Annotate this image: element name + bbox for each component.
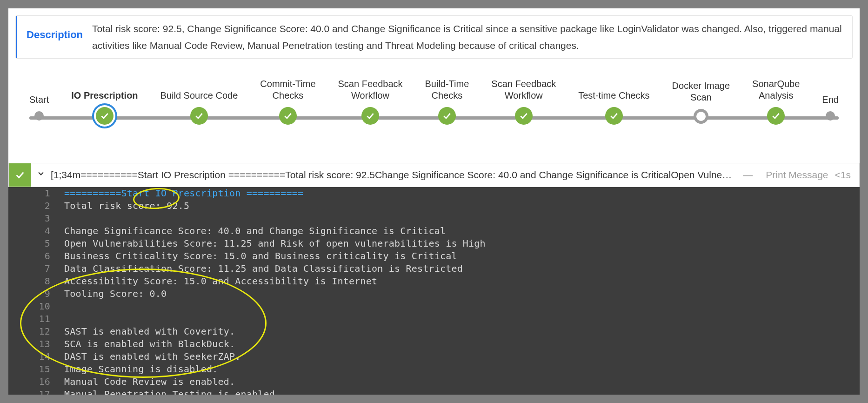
expand-toggle[interactable] [31, 169, 51, 181]
console-line: 3 [8, 212, 860, 225]
pipeline-stage-label: Docker Image Scan [672, 79, 730, 103]
line-text: Open Vulnerabilities Score: 11.25 and Ri… [58, 237, 486, 250]
line-text: Manual Code Review is enabled. [58, 376, 235, 388]
pipeline-stage-label: Scan Feedback Workflow [338, 77, 403, 101]
console-line: 6Business Criticality Score: 15.0 and Bu… [8, 250, 860, 262]
line-text [58, 300, 64, 313]
pipeline-stage-label: Test-time Checks [578, 77, 649, 101]
pipeline-stage-label: Build-Time Checks [425, 77, 469, 101]
line-number: 11 [36, 313, 58, 325]
pipeline-stage-label: Scan Feedback Workflow [491, 77, 556, 101]
pipeline-stage[interactable]: Start [29, 81, 49, 125]
console-line: 8Accessibility Score: 15.0 and Accessibi… [8, 275, 860, 288]
console-line: 11 [8, 313, 860, 325]
pipeline-stage[interactable]: Docker Image Scan [672, 79, 730, 125]
description-text: Total risk score: 92.5, Change Significa… [92, 16, 852, 58]
pipeline-stage-node[interactable] [279, 107, 297, 125]
console-line: 7Data Classification Score: 11.25 and Da… [8, 262, 860, 275]
pipeline-stage[interactable]: Scan Feedback Workflow [338, 77, 403, 125]
pipeline-stage-node[interactable] [438, 107, 456, 125]
line-text: Manual Penetration Testing is enabled. [58, 388, 280, 395]
log-header-text: [1;34m==========Start IO Prescription ==… [51, 169, 736, 181]
line-text: ==========Start IO Prescription ========… [58, 187, 303, 200]
pipeline-stage-node[interactable] [190, 107, 208, 125]
pipeline-stage-node[interactable] [767, 107, 785, 125]
line-number: 5 [36, 237, 58, 250]
pipeline-stage[interactable]: Scan Feedback Workflow [491, 77, 556, 125]
pipeline-stage-label: SonarQube Analysis [752, 77, 800, 101]
description-card: Description Total risk score: 92.5, Chan… [15, 15, 853, 59]
console-line: 9Tooling Score: 0.0 [8, 288, 860, 300]
line-text: SAST is enabled with Coverity. [58, 325, 235, 338]
pipeline-stage-label: Commit-Time Checks [260, 77, 315, 101]
line-text: Image Scanning is disabled. [58, 363, 218, 376]
log-header-source[interactable]: Print Message [759, 169, 835, 181]
console-line: 2Total risk score: 92.5 [8, 200, 860, 212]
line-text [58, 212, 64, 225]
line-text: Change Significance Score: 40.0 and Chan… [58, 225, 446, 237]
line-text: Tooling Score: 0.0 [58, 288, 167, 300]
log-header-row[interactable]: [1;34m==========Start IO Prescription ==… [8, 163, 860, 187]
log-header-dash: — [736, 169, 759, 181]
line-number: 17 [36, 388, 58, 395]
console-line: 1==========Start IO Prescription =======… [8, 187, 860, 200]
pipeline-stage-node[interactable] [361, 107, 379, 125]
line-number: 8 [36, 275, 58, 288]
console-line: 4Change Significance Score: 40.0 and Cha… [8, 225, 860, 237]
line-number: 15 [36, 363, 58, 376]
line-text: SCA is enabled with BlackDuck. [58, 338, 235, 350]
line-number: 4 [36, 225, 58, 237]
log-header-duration: <1s [835, 169, 859, 181]
line-number: 6 [36, 250, 58, 262]
console-line: 12SAST is enabled with Coverity. [8, 325, 860, 338]
pipeline-stage-node[interactable] [34, 111, 44, 121]
console-line: 13SCA is enabled with BlackDuck. [8, 338, 860, 350]
line-text: Business Criticality Score: 15.0 and Bus… [58, 250, 457, 262]
console-line: 15Image Scanning is disabled. [8, 363, 860, 376]
pipeline-stage[interactable]: SonarQube Analysis [752, 77, 800, 125]
line-number: 3 [36, 212, 58, 225]
pipeline-stage-node[interactable] [515, 107, 533, 125]
console-output[interactable]: 1==========Start IO Prescription =======… [8, 187, 860, 395]
pipeline-stage[interactable]: Commit-Time Checks [260, 77, 315, 125]
pipeline-stage-label: End [822, 81, 839, 106]
line-number: 10 [36, 300, 58, 313]
line-text: Accessibility Score: 15.0 and Accessibil… [58, 275, 377, 288]
line-number: 7 [36, 262, 58, 275]
line-text: Data Classification Score: 11.25 and Dat… [58, 262, 463, 275]
pipeline-stage-node[interactable] [96, 107, 114, 125]
console-line: 16Manual Code Review is enabled. [8, 376, 860, 388]
line-number: 2 [36, 200, 58, 212]
pipeline-stage[interactable]: IO Prescription [71, 77, 138, 125]
console-line: 17Manual Penetration Testing is enabled. [8, 388, 860, 395]
pipeline-stage[interactable]: Build Source Code [160, 77, 238, 125]
console-line: 10 [8, 300, 860, 313]
pipeline-stage-label: Build Source Code [160, 77, 238, 101]
line-text: Total risk score: 92.5 [58, 200, 189, 212]
line-number: 9 [36, 288, 58, 300]
pipeline: StartIO PrescriptionBuild Source CodeCom… [29, 77, 839, 147]
pipeline-stage-node[interactable] [826, 111, 835, 121]
pipeline-stage[interactable]: End [822, 81, 839, 125]
line-number: 13 [36, 338, 58, 350]
status-check-icon [9, 163, 31, 187]
line-text [58, 313, 64, 325]
line-text: DAST is enabled with SeekerZAP. [58, 350, 240, 363]
line-number: 1 [36, 187, 58, 200]
console-line: 5Open Vulnerabilities Score: 11.25 and R… [8, 237, 860, 250]
line-number: 12 [36, 325, 58, 338]
console-line: 14DAST is enabled with SeekerZAP. [8, 350, 860, 363]
app-frame: Description Total risk score: 92.5, Chan… [8, 8, 860, 395]
pipeline-stage-node[interactable] [694, 109, 708, 124]
pipeline-stage-label: IO Prescription [71, 77, 138, 101]
line-number: 16 [36, 376, 58, 388]
pipeline-stage-node[interactable] [605, 107, 623, 125]
description-label: Description [17, 16, 92, 58]
pipeline-stage[interactable]: Test-time Checks [578, 77, 649, 125]
line-number: 14 [36, 350, 58, 363]
pipeline-stage-label: Start [29, 81, 49, 106]
pipeline-stage[interactable]: Build-Time Checks [425, 77, 469, 125]
